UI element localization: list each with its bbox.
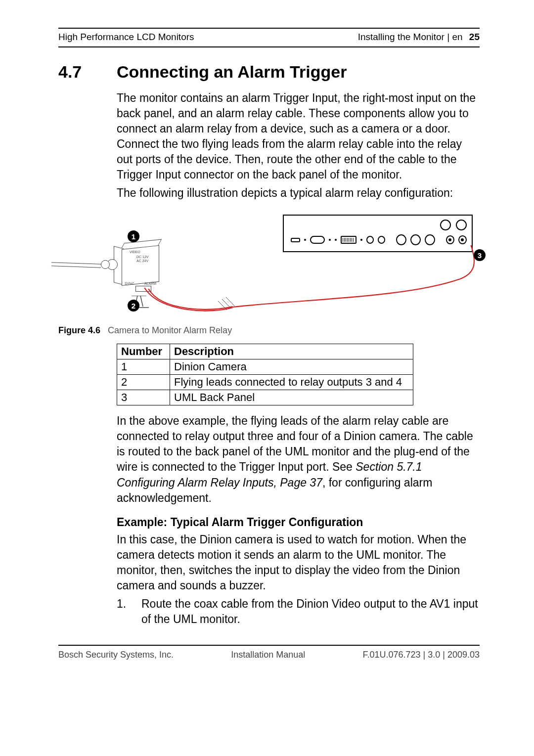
table-cell-number: 3 — [117, 390, 170, 405]
panel-dot-icon — [335, 239, 337, 241]
page-header: High Performance LCD Monitors Installing… — [58, 29, 480, 46]
panel-port-icon — [410, 234, 421, 245]
camera-label-video: VIDEO — [130, 250, 140, 254]
table-header-description: Description — [170, 344, 413, 359]
camera-coax-icon — [51, 263, 101, 268]
step-number: 1. — [117, 596, 141, 627]
section-number: 4.7 — [58, 62, 117, 82]
table-header-number: Number — [117, 344, 170, 359]
header-bottom-rule — [58, 46, 480, 47]
footer-center: Installation Manual — [231, 650, 305, 660]
procedure-list: 1. Route the coax cable from the Dinion … — [117, 596, 480, 627]
panel-dot-icon — [329, 239, 331, 241]
table-cell-description: Flying leads connected to relay outputs … — [170, 375, 413, 390]
panel-port-icon — [378, 236, 385, 244]
callout-description-table: Number Description 1 Dinion Camera 2 Fly… — [117, 344, 413, 405]
panel-hole-icon — [456, 220, 467, 230]
page-number: 25 — [469, 32, 480, 42]
panel-slot-icon — [291, 238, 300, 242]
camera-label-dc: DC 12V — [136, 255, 149, 259]
header-section: Installing the Monitor | en — [358, 32, 463, 42]
section-heading: 4.7 Connecting an Alarm Trigger — [58, 62, 480, 82]
callout-3: 3 — [474, 249, 486, 261]
header-left: High Performance LCD Monitors — [58, 32, 194, 43]
example-paragraph: In this case, the Dinion camera is used … — [117, 532, 480, 593]
table-row: 2 Flying leads connected to relay output… — [117, 375, 413, 390]
panel-dot-icon — [304, 239, 306, 241]
figure-caption-text: Camera to Monitor Alarm Relay — [108, 325, 232, 335]
panel-oval-icon — [310, 236, 325, 244]
panel-port-icon — [366, 236, 374, 244]
list-item: 1. Route the coax cable from the Dinion … — [117, 596, 480, 627]
uml-back-panel-drawing — [283, 215, 473, 252]
section-title: Connecting an Alarm Trigger — [117, 62, 347, 82]
page-footer: Bosch Security Systems, Inc. Installatio… — [58, 650, 480, 660]
panel-target-icon — [446, 235, 454, 244]
body-column: The monitor contains an alarm Trigger In… — [117, 90, 480, 627]
table-row: 1 Dinion Camera — [117, 359, 413, 375]
example-heading: Example: Typical Alarm Trigger Configura… — [117, 516, 480, 529]
post-table-paragraph: In the above example, the flying leads o… — [117, 413, 480, 505]
page: High Performance LCD Monitors Installing… — [0, 0, 534, 756]
intro-paragraph-2: The following illustration depicts a typ… — [117, 185, 480, 201]
figure-caption: Figure 4.6 Camera to Monitor Alarm Relay — [58, 325, 480, 336]
panel-dot-icon — [360, 239, 362, 241]
table-header-row: Number Description — [117, 344, 413, 359]
table-cell-description: UML Back Panel — [170, 390, 413, 405]
camera-label-ac: AC 24V — [136, 259, 148, 263]
panel-port-icon — [425, 234, 435, 245]
table-row: 3 UML Back Panel — [117, 390, 413, 405]
footer-left: Bosch Security Systems, Inc. — [58, 650, 174, 660]
panel-vga-icon — [341, 236, 356, 244]
trigger-input-port-icon — [458, 235, 467, 244]
dinion-camera-drawing: VIDEO DC 12V AC 24V SYNC ALARM — [71, 232, 175, 311]
table-cell-description: Dinion Camera — [170, 359, 413, 375]
figure-4-6: VIDEO DC 12V AC 24V SYNC ALARM 1 2 3 — [58, 215, 480, 318]
camera-label-sync: SYNC — [125, 282, 134, 285]
table-cell-number: 1 — [117, 359, 170, 375]
intro-paragraph-1: The monitor contains an alarm Trigger In… — [117, 90, 480, 182]
footer-right: F.01U.076.723 | 3.0 | 2009.03 — [362, 650, 480, 660]
camera-relay-terminal-icon — [135, 286, 151, 292]
panel-port-icon — [396, 234, 406, 245]
table-cell-number: 2 — [117, 375, 170, 390]
figure-caption-number: Figure 4.6 — [58, 325, 100, 335]
header-right: Installing the Monitor | en 25 — [358, 32, 480, 43]
step-text: Route the coax cable from the Dinion Vid… — [141, 596, 480, 627]
panel-hole-icon — [440, 220, 451, 230]
camera-label-alarm: ALARM — [144, 282, 156, 285]
footer-rule — [58, 645, 480, 646]
